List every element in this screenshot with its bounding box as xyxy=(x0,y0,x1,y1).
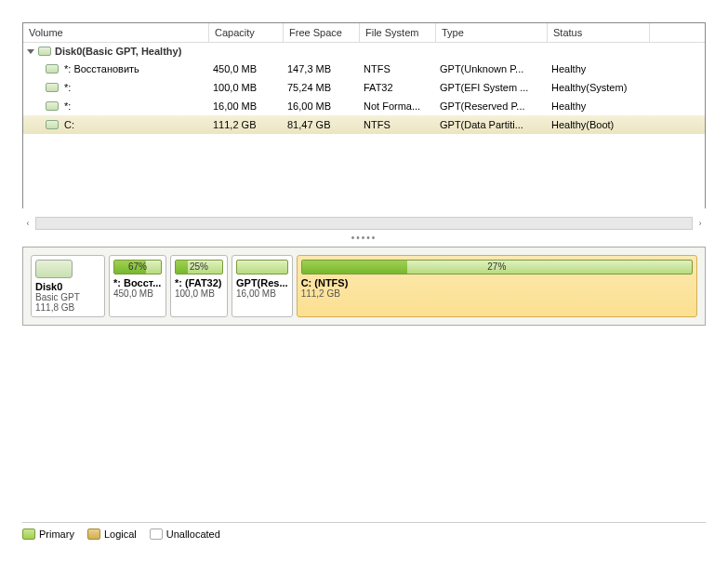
partition-card[interactable]: 27% C: (NTFS) 111,2 GB xyxy=(297,255,697,317)
capacity-value: 16,00 MB xyxy=(209,99,284,114)
disk-icon xyxy=(35,260,73,278)
col-volume[interactable]: Volume xyxy=(23,23,209,42)
type-value: GPT(Reserved P... xyxy=(436,99,548,114)
usage-bar: 25% xyxy=(175,260,223,274)
capacity-value: 450,0 MB xyxy=(209,61,284,76)
fs-value: NTFS xyxy=(360,61,436,76)
type-value: GPT(Unknown P... xyxy=(436,61,548,76)
usage-bar: 27% xyxy=(301,260,693,274)
partition-card[interactable]: GPT(Res... 16,00 MB xyxy=(232,255,293,317)
partition-card[interactable]: 25% *: (FAT32) 100,0 MB xyxy=(170,255,228,317)
partition-label: *: Восст... xyxy=(113,277,162,288)
capacity-value: 111,2 GB xyxy=(209,117,284,132)
col-capacity[interactable]: Capacity xyxy=(209,23,284,42)
col-type[interactable]: Type xyxy=(436,23,548,42)
disk-map: Disk0 Basic GPT 111,8 GB 67% *: Восст...… xyxy=(22,247,706,326)
table-row[interactable]: *: Восстановить 450,0 MB 147,3 MB NTFS G… xyxy=(23,60,705,78)
partition-icon xyxy=(46,83,59,92)
horizontal-scrollbar[interactable]: ‹ › xyxy=(22,216,706,231)
legend-primary: Primary xyxy=(22,529,74,540)
status-value: Healthy xyxy=(548,61,650,76)
fs-value: Not Forma... xyxy=(360,99,436,114)
type-value: GPT(EFI System ... xyxy=(436,80,548,95)
capacity-value: 100,0 MB xyxy=(209,80,284,95)
free-value: 75,24 MB xyxy=(284,80,360,95)
usage-bar: 67% xyxy=(113,260,162,274)
swatch-icon xyxy=(22,529,35,540)
partition-size: 16,00 MB xyxy=(236,288,288,299)
partition-label: C: (NTFS) xyxy=(301,277,693,288)
partition-label: GPT(Res... xyxy=(236,277,288,288)
partition-size: 111,2 GB xyxy=(301,288,693,299)
partition-size: 100,0 MB xyxy=(175,288,223,299)
disk-header-row[interactable]: Disk0(Basic GPT, Healthy) xyxy=(23,43,705,60)
disk-icon xyxy=(38,47,51,56)
scroll-right-icon[interactable]: › xyxy=(695,217,706,230)
disk-title: Disk0(Basic GPT, Healthy) xyxy=(55,46,181,57)
status-value: Healthy(System) xyxy=(548,80,650,95)
col-filesystem[interactable]: File System xyxy=(360,23,436,42)
partition-icon xyxy=(46,64,59,74)
swatch-icon xyxy=(150,529,163,540)
partition-size: 450,0 MB xyxy=(113,288,162,299)
table-row[interactable]: C: 111,2 GB 81,47 GB NTFS GPT(Data Parti… xyxy=(23,115,705,134)
partition-card[interactable]: 67% *: Восст... 450,0 MB xyxy=(109,255,166,317)
usage-pct: 25% xyxy=(176,261,222,274)
swatch-icon xyxy=(87,529,100,540)
scroll-track[interactable] xyxy=(35,217,693,230)
pane-splitter[interactable]: ••••• xyxy=(0,233,728,243)
fs-value: FAT32 xyxy=(360,80,436,95)
volume-name: C: xyxy=(64,119,74,130)
volume-name: *: Восстановить xyxy=(64,63,139,74)
status-value: Healthy xyxy=(548,99,650,114)
type-value: GPT(Data Partiti... xyxy=(436,117,548,132)
col-status[interactable]: Status xyxy=(548,23,650,42)
fs-value: NTFS xyxy=(360,117,436,132)
free-value: 81,47 GB xyxy=(284,117,360,132)
partition-icon xyxy=(46,101,59,111)
partition-label: *: (FAT32) xyxy=(175,277,223,288)
usage-pct: 27% xyxy=(302,261,692,274)
volume-name: *: xyxy=(64,82,71,93)
legend: Primary Logical Unallocated xyxy=(22,522,706,540)
volume-name: *: xyxy=(64,100,71,112)
legend-logical: Logical xyxy=(87,529,137,540)
usage-pct: 67% xyxy=(114,261,161,274)
table-header: Volume Capacity Free Space File System T… xyxy=(23,23,705,43)
free-value: 147,3 MB xyxy=(284,61,360,76)
disk-size: 111,8 GB xyxy=(35,302,100,313)
disk-name: Disk0 xyxy=(35,281,100,292)
partition-icon xyxy=(46,120,59,129)
free-value: 16,00 MB xyxy=(284,99,360,114)
legend-unallocated: Unallocated xyxy=(150,529,220,540)
expand-icon[interactable] xyxy=(27,49,34,54)
col-free[interactable]: Free Space xyxy=(284,23,360,42)
usage-bar xyxy=(236,260,288,274)
partition-table: Volume Capacity Free Space File System T… xyxy=(22,22,706,208)
scroll-left-icon[interactable]: ‹ xyxy=(22,217,33,230)
table-row[interactable]: *: 16,00 MB 16,00 MB Not Forma... GPT(Re… xyxy=(23,97,705,115)
disk-card[interactable]: Disk0 Basic GPT 111,8 GB xyxy=(31,255,105,317)
status-value: Healthy(Boot) xyxy=(548,117,650,132)
table-row[interactable]: *: 100,0 MB 75,24 MB FAT32 GPT(EFI Syste… xyxy=(23,78,705,97)
disk-scheme: Basic GPT xyxy=(35,292,100,302)
